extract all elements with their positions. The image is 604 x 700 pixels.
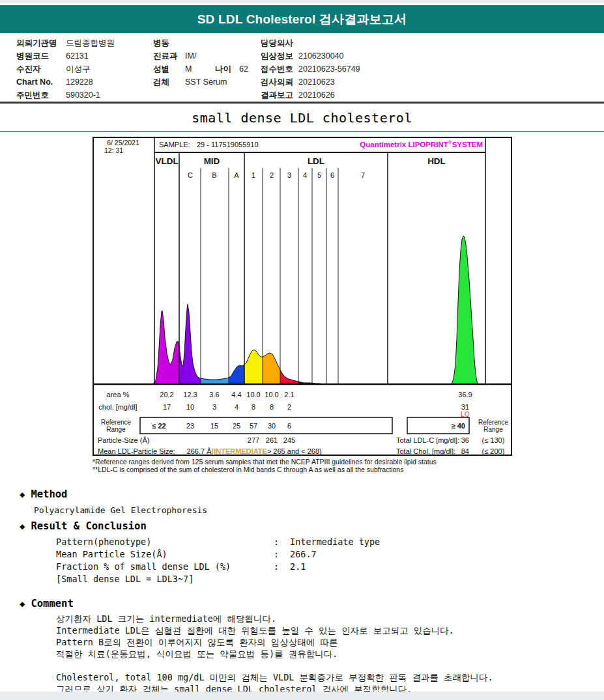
field-label: 병원코드 (16, 49, 66, 63)
bottom-strip (0, 692, 604, 700)
total-ldl-label: Total LDL-C [mg/dl]: (396, 436, 459, 444)
curve-segment-MID-C (179, 304, 201, 384)
curve-segment-LDL-1 (244, 350, 263, 384)
diamond-bullet-icon: ◆ (20, 521, 25, 531)
method-body: Polyacrylamide Gel Electrophoresis (34, 505, 207, 515)
result-value: Intermediate type (290, 537, 380, 547)
patient-row: 의뢰기관명드림종합병원 (16, 36, 115, 49)
field-label: 주민번호 (16, 89, 66, 102)
result-row: Pattern(phenotype):Intermediate type (56, 537, 380, 547)
ref-value: 6 (287, 422, 291, 430)
result-label: Fraction % of small dense LDL (%) (56, 561, 274, 572)
report-page: SD LDL Cholesterol 검사결과보고서 의뢰기관명드림종합병원 병… (0, 0, 604, 700)
result-value: 266.7 (290, 549, 317, 559)
field-value: M (185, 63, 215, 76)
brand-text: Quantimetrix LIPOPRINT®SYSTEM (360, 139, 483, 148)
result-separator: : (274, 549, 290, 559)
ref-range-label-right: Reference (478, 419, 509, 426)
band-group-label: HDL (427, 156, 446, 166)
chart-footnotes: *Reference ranges derived from 125 serum… (93, 458, 437, 473)
patient-row: 결과보고20210626 (261, 89, 360, 102)
run-date: 6/ 25/2021 (107, 139, 139, 147)
chol-value: 8 (270, 403, 274, 411)
patient-row: 검체SST Serum (153, 76, 248, 89)
field-value: 62131 (66, 49, 89, 63)
patient-info-right: 담당의사 임상정보2106230040 접수번호20210623-56749 검… (261, 36, 360, 102)
field-label: 접수번호 (261, 63, 298, 76)
ref-value: 25 (233, 422, 240, 430)
sub-band-label: 1 (252, 171, 255, 179)
area-value: 20.2 (160, 391, 173, 399)
field-label: 담당의사 (261, 36, 298, 49)
total-chol-ref: (≤ 200) (482, 447, 505, 455)
method-heading: ◆ Method (20, 488, 67, 500)
band-group-label: VLDL (155, 156, 178, 166)
area-value: 10.0 (265, 391, 278, 399)
field-value: 62 (239, 63, 248, 76)
sample-id: 29 - 117519055910 (197, 141, 259, 148)
sub-band-label: 7 (361, 171, 365, 179)
sub-band-label: A (234, 171, 239, 179)
field-label: 병동 (153, 36, 185, 49)
curve-segment-LDL-3 (280, 370, 298, 384)
field-value: 129228 (66, 76, 93, 89)
ref-value: ≤ 22 (152, 422, 165, 430)
sub-band-label: B (212, 171, 216, 179)
result-row: Fraction % of small dense LDL (%):2.1 (56, 561, 306, 572)
ref-value: ≥ 40 (452, 422, 465, 430)
result-title: Result & Conclusion (31, 520, 146, 532)
patient-row: 진료과IM/ (153, 49, 248, 63)
field-value: 2106230040 (298, 49, 344, 63)
result-value: 2.1 (290, 561, 306, 572)
comment-line: Intermediate LDL은 심혈관 질환에 대한 위험도를 높일 수 있… (56, 624, 493, 636)
area-value: 4.4 (231, 391, 241, 399)
band-group-label: LDL (308, 156, 324, 166)
ref-value: 57 (250, 422, 257, 430)
sub-band-label: C (188, 171, 193, 179)
area-value: 2.1 (284, 391, 294, 399)
field-value: 드림종합병원 (66, 36, 115, 49)
field-value: 이성구 (66, 63, 91, 76)
area-value: 3.6 (209, 391, 219, 399)
chart-section-title: small dense LDL cholesterol (0, 110, 604, 126)
field-label: 검체 (153, 76, 185, 89)
comment-line (56, 660, 493, 671)
comment-heading: ◆ Comment (20, 598, 74, 609)
field-label: 수진자 (16, 63, 66, 76)
patient-row: 주민번호590320-1 (16, 89, 115, 102)
result-label: Pattern(phenotype) (56, 537, 274, 547)
chol-value: 10 (186, 403, 194, 411)
chol-value: 2 (287, 403, 291, 411)
sub-band-label: 5 (317, 171, 321, 179)
ref-value: 30 (268, 422, 276, 430)
ref-value: 15 (210, 422, 218, 430)
area-value: 10.0 (246, 391, 260, 399)
run-time: 12: 31 (104, 147, 123, 154)
patient-row: 임상정보2106230040 (261, 49, 360, 63)
title-bar: SD LDL Cholesterol 검사결과보고서 (0, 5, 604, 33)
particle-size-label: Particle-Size (Å) (98, 436, 149, 444)
area-value: 36.9 (458, 391, 472, 399)
field-label: 의뢰기관명 (16, 36, 66, 49)
field-value: 590320-1 (66, 89, 100, 102)
particle-size-value: 261 (266, 436, 278, 444)
chol-value: 17 (163, 403, 171, 411)
result-row: Mean Particle Size(Å):266.7 (56, 549, 317, 559)
total-chol-label: Total Chol. [mg/dl]: (396, 447, 455, 455)
field-value: 20210623-56749 (298, 63, 360, 76)
field-label: 나이 (215, 63, 239, 76)
comment-line: 상기환자 LDL 크기는 intermediate에 해당됩니다. (56, 613, 493, 624)
particle-size-value: 277 (248, 436, 259, 444)
sub-band-label: 4 (303, 171, 307, 179)
comment-line: 적절한 치료(운동요법, 식이요법 또는 약물요법 등)를 권유합니다. (56, 648, 493, 660)
patient-row: 수진자이성구 (16, 63, 115, 76)
diamond-bullet-icon: ◆ (20, 489, 25, 499)
field-value: SST Serum (185, 76, 227, 89)
sub-band-label: 3 (287, 171, 291, 179)
result-separator: : (274, 537, 290, 547)
ref-range-label-right: Range (483, 426, 503, 433)
result-label: Mean Particle Size(Å) (56, 549, 274, 559)
patient-row: 병원코드62131 (16, 49, 115, 63)
patient-row: 접수번호20210623-56749 (261, 63, 360, 76)
ref-value: 23 (186, 422, 194, 430)
